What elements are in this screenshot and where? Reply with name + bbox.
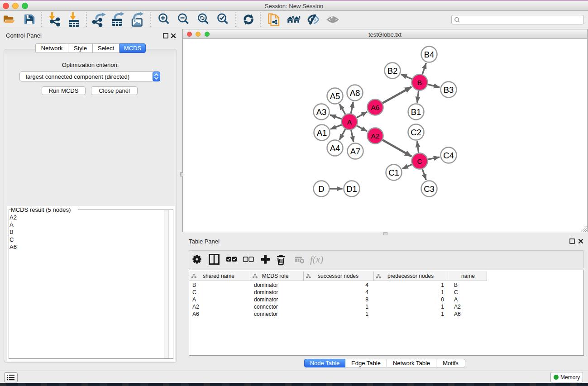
svg-text:successor nodes: successor nodes	[318, 273, 359, 279]
svg-text:A7: A7	[350, 147, 361, 156]
svg-text:shared name: shared name	[203, 273, 234, 279]
svg-text:D: D	[318, 184, 324, 194]
svg-text:f(x): f(x)	[310, 254, 323, 265]
svg-text:D1: D1	[346, 184, 357, 194]
svg-text:B1: B1	[411, 107, 421, 117]
svg-text:A6: A6	[371, 104, 380, 111]
svg-text:C1: C1	[388, 168, 399, 177]
svg-text:B3: B3	[444, 85, 454, 95]
svg-text:C2: C2	[411, 128, 421, 137]
svg-text:A: A	[347, 118, 352, 126]
svg-text:MCDS role: MCDS role	[262, 273, 289, 279]
svg-text:A4: A4	[330, 143, 340, 153]
svg-text:B: B	[417, 79, 422, 86]
svg-text:B2: B2	[387, 66, 398, 76]
svg-text:C4: C4	[443, 151, 454, 160]
svg-text:predecessor nodes: predecessor nodes	[387, 273, 434, 279]
svg-text:A3: A3	[316, 107, 327, 117]
svg-text:name: name	[461, 273, 475, 279]
svg-text:C: C	[417, 157, 422, 165]
svg-text:C3: C3	[424, 184, 435, 194]
svg-text:A5: A5	[330, 91, 340, 101]
svg-text:A1: A1	[317, 128, 327, 138]
svg-text:A8: A8	[350, 88, 360, 98]
svg-text:A2: A2	[371, 132, 380, 140]
svg-text:B4: B4	[424, 50, 435, 59]
